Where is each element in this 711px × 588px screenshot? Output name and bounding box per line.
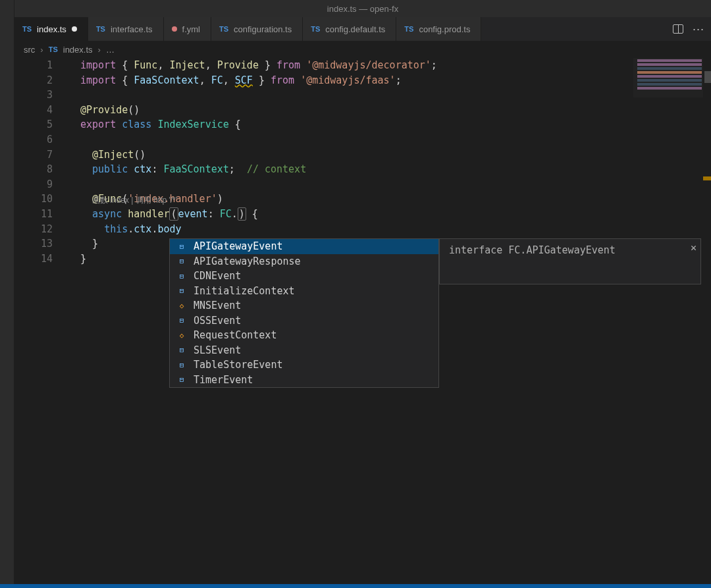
line-number: 12 bbox=[14, 222, 53, 237]
tab-configuration-ts[interactable]: TSconfiguration.ts bbox=[211, 17, 303, 41]
suggest-widget[interactable]: ⊟APIGatewayEvent⊟APIGatewayResponse⊟CDNE… bbox=[169, 238, 439, 388]
dirty-indicator-icon bbox=[72, 26, 77, 32]
close-icon[interactable]: ✕ bbox=[691, 242, 697, 254]
tabbar-actions: ··· bbox=[666, 17, 711, 41]
suggest-details-text: interface FC.APIGatewayEvent bbox=[449, 244, 616, 256]
activity-bar[interactable] bbox=[0, 0, 14, 588]
suggest-item[interactable]: ⊟TableStoreEvent bbox=[170, 358, 438, 373]
suggest-item-label: APIGatewayResponse bbox=[194, 255, 301, 267]
ts-badge-icon: TS bbox=[404, 25, 413, 33]
ts-badge-icon: TS bbox=[22, 25, 32, 33]
interface-icon: ⊟ bbox=[176, 286, 187, 295]
warning-marker[interactable] bbox=[703, 176, 711, 180]
suggest-item-label: TableStoreEvent bbox=[194, 359, 282, 371]
tab-label: config.default.ts bbox=[325, 24, 385, 34]
interface-icon: ⊟ bbox=[176, 316, 187, 325]
ts-badge-icon: TS bbox=[219, 25, 228, 33]
tab-config-default-ts[interactable]: TSconfig.default.ts bbox=[303, 17, 396, 41]
title-text: index.ts — open-fx bbox=[327, 4, 398, 14]
suggest-item-label: APIGatewayEvent bbox=[194, 240, 282, 252]
interface-icon: ⊟ bbox=[176, 272, 187, 281]
tab-f-yml[interactable]: f.yml bbox=[164, 17, 211, 41]
ts-badge-icon: TS bbox=[49, 45, 58, 53]
tab-interface-ts[interactable]: TSinterface.ts bbox=[88, 17, 164, 41]
suggest-item-label: MNSEvent bbox=[194, 300, 241, 311]
line-number: 13 bbox=[14, 236, 53, 252]
class-icon: ◇ bbox=[176, 302, 187, 310]
chevron-right-icon: › bbox=[40, 45, 43, 55]
code-content[interactable]: import { Func, Inject, Provide } from '@… bbox=[80, 58, 619, 266]
suggest-item-label: RequestContext bbox=[194, 329, 276, 341]
class-icon: ◇ bbox=[176, 331, 187, 340]
window-title: index.ts — open-fx bbox=[14, 0, 711, 17]
more-actions-icon[interactable]: ··· bbox=[693, 23, 704, 35]
suggest-item-label: TimerEvent bbox=[194, 374, 253, 386]
line-number: 3 bbox=[14, 88, 53, 103]
line-number: 8 bbox=[14, 162, 53, 177]
interface-icon: ⊟ bbox=[176, 257, 187, 265]
tab-index-ts[interactable]: TSindex.ts bbox=[14, 17, 88, 41]
line-number: 4 bbox=[14, 103, 53, 118]
breadcrumb-segment[interactable]: … bbox=[106, 45, 115, 55]
chevron-right-icon: › bbox=[98, 45, 101, 55]
scrollbar-thumb[interactable] bbox=[704, 71, 711, 83]
suggest-item-label: SLSEvent bbox=[194, 344, 241, 356]
line-number: 7 bbox=[14, 147, 53, 163]
tab-label: config.prod.ts bbox=[419, 24, 470, 34]
tab-bar: TSindex.tsTSinterface.tsf.ymlTSconfigura… bbox=[14, 17, 711, 41]
codelens-hint[interactable]: 函数 index | 调用 http '/*' bbox=[92, 193, 177, 208]
line-number: 1 bbox=[14, 58, 53, 73]
line-number: 2 bbox=[14, 73, 53, 88]
suggest-item[interactable]: ◇MNSEvent bbox=[170, 298, 438, 313]
suggest-item[interactable]: ⊟SLSEvent bbox=[170, 343, 438, 358]
ts-badge-icon: TS bbox=[96, 25, 105, 33]
overview-ruler[interactable] bbox=[703, 58, 711, 588]
tab-config-prod-ts[interactable]: TSconfig.prod.ts bbox=[396, 17, 481, 41]
breadcrumb-segment[interactable]: index.ts bbox=[63, 45, 93, 55]
tab-label: configuration.ts bbox=[234, 24, 292, 34]
interface-icon: ⊟ bbox=[176, 242, 187, 251]
split-editor-icon[interactable] bbox=[673, 24, 683, 34]
minimap[interactable] bbox=[633, 58, 706, 97]
suggest-item[interactable]: ◇RequestContext bbox=[170, 328, 438, 343]
tab-label: interface.ts bbox=[111, 24, 153, 34]
ts-badge-icon: TS bbox=[311, 25, 320, 33]
line-number: 14 bbox=[14, 252, 53, 267]
line-number: 9 bbox=[14, 177, 53, 192]
suggest-item[interactable]: ⊟CDNEvent bbox=[170, 269, 438, 284]
breadcrumb[interactable]: src › TS index.ts › … bbox=[14, 41, 711, 58]
suggest-item[interactable]: ⊟TimerEvent bbox=[170, 373, 438, 388]
interface-icon: ⊟ bbox=[176, 346, 187, 354]
interface-icon: ⊟ bbox=[176, 361, 187, 369]
suggest-details-widget: interface FC.APIGatewayEvent ✕ bbox=[439, 238, 701, 284]
breadcrumb-segment[interactable]: src bbox=[24, 45, 35, 55]
line-number-gutter: 1234567891011121314 bbox=[14, 58, 66, 266]
suggest-item[interactable]: ⊟APIGatewayEvent bbox=[170, 239, 438, 254]
line-number: 6 bbox=[14, 132, 53, 147]
suggest-item-label: CDNEvent bbox=[194, 270, 241, 282]
suggest-item[interactable]: ⊟APIGatewayResponse bbox=[170, 254, 438, 269]
suggest-item-label: InitializeContext bbox=[194, 285, 295, 297]
status-bar[interactable] bbox=[0, 584, 711, 588]
line-number: 11 bbox=[14, 207, 53, 222]
yml-icon bbox=[172, 26, 177, 32]
interface-icon: ⊟ bbox=[176, 375, 187, 384]
suggest-item[interactable]: ⊟InitializeContext bbox=[170, 284, 438, 299]
tab-label: index.ts bbox=[37, 24, 66, 34]
tab-label: f.yml bbox=[182, 24, 200, 34]
line-number: 10 bbox=[14, 192, 53, 207]
line-number: 5 bbox=[14, 117, 53, 132]
suggest-item[interactable]: ⊟OSSEvent bbox=[170, 313, 438, 329]
suggest-item-label: OSSEvent bbox=[194, 315, 241, 327]
